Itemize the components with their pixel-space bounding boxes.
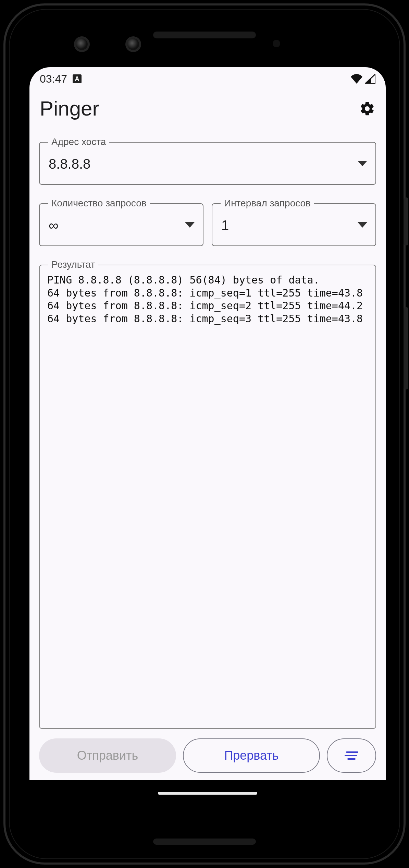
android-nav-bar xyxy=(29,780,386,801)
gear-icon xyxy=(359,100,375,117)
wifi-icon xyxy=(351,74,362,84)
interval-value: 1 xyxy=(212,204,375,245)
nav-home-pill[interactable] xyxy=(158,792,257,795)
side-volume-button xyxy=(404,307,408,389)
host-value: 8.8.8.8 xyxy=(40,143,375,184)
cell-signal-icon xyxy=(365,74,375,84)
abort-button[interactable]: Прервать xyxy=(183,738,320,773)
phone-chassis: 03:47 A Pinger Адрес хоста 8 xyxy=(3,3,406,865)
status-clock: 03:47 xyxy=(40,73,67,85)
action-row: Отправить Прервать xyxy=(39,729,376,780)
send-button: Отправить xyxy=(39,738,176,773)
sensor-dot xyxy=(273,40,280,47)
menu-lines-icon xyxy=(345,750,358,761)
interval-label: Интервал запросов xyxy=(221,198,314,209)
settings-button[interactable] xyxy=(359,100,375,117)
front-camera xyxy=(74,36,90,52)
interval-field[interactable]: Интервал запросов 1 xyxy=(212,203,376,246)
earpiece xyxy=(153,32,256,38)
status-bar: 03:47 A xyxy=(29,67,386,91)
app-title: Pinger xyxy=(40,97,99,120)
result-box: Результат PING 8.8.8.8 (8.8.8.8) 56(84) … xyxy=(39,265,376,729)
keyboard-indicator-icon: A xyxy=(73,74,82,83)
front-camera-2 xyxy=(125,36,141,52)
result-output[interactable]: PING 8.8.8.8 (8.8.8.8) 56(84) bytes of d… xyxy=(47,274,368,325)
device-screen: 03:47 A Pinger Адрес хоста 8 xyxy=(29,67,386,801)
dropdown-arrow-icon xyxy=(185,222,195,228)
count-value: ∞ xyxy=(40,204,203,245)
dropdown-arrow-icon xyxy=(358,222,367,228)
count-label: Количество запросов xyxy=(48,198,150,209)
dropdown-arrow-icon xyxy=(358,161,367,166)
bottom-speaker xyxy=(153,839,256,845)
side-power-button xyxy=(404,197,408,245)
more-button[interactable] xyxy=(327,738,376,773)
host-label: Адрес хоста xyxy=(48,136,109,147)
host-field[interactable]: Адрес хоста 8.8.8.8 xyxy=(39,142,376,185)
count-field[interactable]: Количество запросов ∞ xyxy=(39,203,203,246)
result-label: Результат xyxy=(48,259,98,270)
content-area: Адрес хоста 8.8.8.8 Количество запросов … xyxy=(29,122,386,780)
